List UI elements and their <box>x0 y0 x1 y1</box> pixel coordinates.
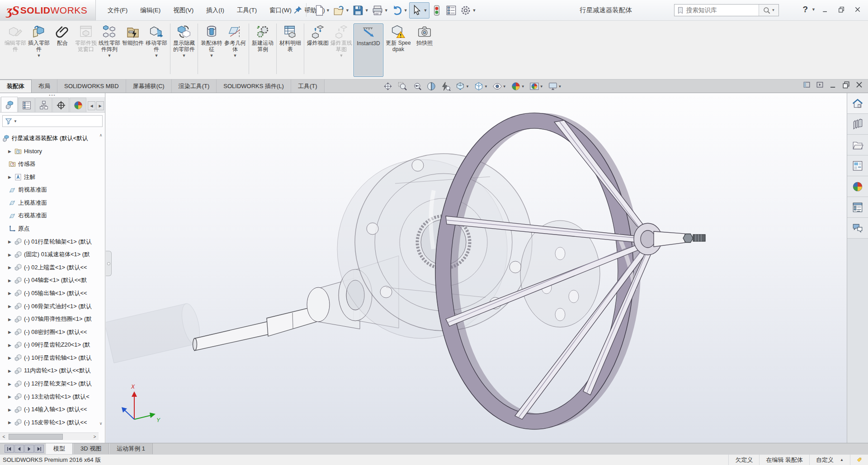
dropdown-arrow-icon[interactable]: ▼ <box>345 8 349 13</box>
next-pane-icon[interactable] <box>816 80 824 89</box>
expand-arrow-icon[interactable]: ▶ <box>8 278 14 283</box>
expand-arrow-icon[interactable]: ▶ <box>8 356 14 360</box>
expand-arrow-icon[interactable]: ▶ <box>8 291 14 296</box>
quick-access-button[interactable]: ▼ <box>458 2 478 19</box>
task-pane-tab[interactable] <box>847 93 868 114</box>
tree-item[interactable]: 上视基准面 <box>0 197 99 210</box>
dropdown-arrow-icon[interactable]: ▼ <box>472 8 476 13</box>
dropdown-arrow-icon[interactable]: ▼ <box>210 53 214 58</box>
tag-button[interactable] <box>850 455 868 465</box>
search-input[interactable] <box>686 7 759 14</box>
document-tab[interactable]: 3D 视图 <box>73 443 109 454</box>
expand-arrow-icon[interactable]: ▶ <box>8 395 14 399</box>
search-button[interactable]: ▼ <box>759 5 778 16</box>
dropdown-arrow-icon[interactable]: ▼ <box>37 53 41 58</box>
ribbon-button[interactable]: 爆炸直线草图 ▼ <box>330 23 353 77</box>
view-tool-button[interactable] <box>411 81 423 92</box>
panel-tab[interactable] <box>35 98 52 112</box>
task-pane-tab[interactable] <box>847 155 868 176</box>
hscroll-right-arrow[interactable]: > <box>91 434 99 439</box>
help-button[interactable]: ? <box>802 5 809 14</box>
dropdown-arrow-icon[interactable]: ▼ <box>155 53 159 58</box>
panel-collapse-handle[interactable] <box>106 251 112 276</box>
menu-item[interactable]: 文件(F) <box>102 4 133 17</box>
tree-item[interactable]: ▶ (-) 05输出轴<1> (默认<< <box>0 287 99 300</box>
tree-item[interactable]: ▶ (-) 08密封圈<1> (默认<< <box>0 326 99 339</box>
view-tool-button[interactable]: ▼ <box>491 81 507 92</box>
tree-item[interactable]: 原点 <box>0 222 99 235</box>
minimize-button[interactable] <box>818 4 832 15</box>
menu-item[interactable]: 工具(T) <box>231 4 262 17</box>
close-button[interactable] <box>851 4 864 15</box>
dropdown-arrow-icon[interactable]: ▼ <box>484 85 488 89</box>
tree-item[interactable]: ▶ (-) 16GB / T97．1-2002平 <box>0 429 99 430</box>
command-tab[interactable]: SOLIDWORKS 插件(L) <box>217 80 291 93</box>
tree-root-item[interactable]: 行星减速器装配体 (默认<默认 <box>0 132 99 145</box>
menu-item[interactable]: 窗口(W) <box>264 4 297 17</box>
tree-item[interactable]: ▶ (-) 13主动齿轮<1> (默认< <box>0 390 99 404</box>
ribbon-button[interactable]: 更新 Speedpak <box>384 23 412 77</box>
hscroll-left-arrow[interactable]: < <box>0 434 8 439</box>
expand-arrow-icon[interactable]: ▶ <box>8 317 14 322</box>
doc-close-button[interactable] <box>855 80 863 89</box>
view-tool-button[interactable]: ▼ <box>547 81 563 92</box>
tree-item[interactable]: ▶ 注解 <box>0 171 99 184</box>
expand-arrow-icon[interactable]: ▶ <box>8 420 14 425</box>
view-tool-button[interactable]: ▼ <box>510 81 526 92</box>
command-tab[interactable]: 渲染工具(T) <box>172 80 217 93</box>
next-tab-button[interactable] <box>24 445 34 453</box>
expand-arrow-icon[interactable]: ▶ <box>8 265 14 270</box>
panel-tab[interactable] <box>70 98 86 112</box>
tree-item[interactable]: 右视基准面 <box>0 210 99 223</box>
dropdown-arrow-icon[interactable]: ▼ <box>384 8 388 13</box>
document-tab[interactable]: 运动算例 1 <box>109 443 153 454</box>
tree-item[interactable]: ▶ (-) 15皮带轮<1> (默认<< <box>0 416 99 429</box>
tree-item[interactable]: ▶ (-) 04轴套<1> (默认<<默 <box>0 274 99 287</box>
menu-item[interactable]: 插入(I) <box>201 4 230 17</box>
view-tool-button[interactable] <box>396 81 408 92</box>
dropdown-arrow-icon[interactable]: ▼ <box>503 85 506 89</box>
dropdown-arrow-icon[interactable]: ▼ <box>466 85 469 89</box>
tree-item[interactable]: ▶ (-) 02上端盖<1> (默认<< <box>0 261 99 274</box>
help-dropdown-icon[interactable]: ▼ <box>811 7 816 12</box>
document-tab[interactable]: 模型 <box>46 443 73 454</box>
ribbon-button[interactable]: 配合 <box>51 23 74 77</box>
dropdown-arrow-icon[interactable]: ▼ <box>365 8 369 13</box>
tree-horizontal-scrollbar[interactable]: < > <box>0 432 99 440</box>
dropdown-arrow-icon[interactable]: ▼ <box>340 53 344 58</box>
dropdown-arrow-icon[interactable]: ▼ <box>424 8 428 13</box>
view-tool-button[interactable] <box>440 81 452 92</box>
panel-tab[interactable] <box>52 98 69 112</box>
ribbon-button[interactable]: 新建运动算例 <box>251 23 274 77</box>
ribbon-button[interactable]: 智能扣件 <box>122 23 144 77</box>
panel-tab-scroll-right[interactable]: ▶ <box>96 101 104 110</box>
tree-item[interactable]: ▶ History <box>0 145 99 158</box>
graphics-viewport[interactable]: X Y <box>106 93 847 443</box>
view-tool-button[interactable]: ▼ <box>454 81 470 92</box>
quick-access-button[interactable] <box>444 2 458 19</box>
panel-tab[interactable] <box>1 97 18 112</box>
dropdown-arrow-icon[interactable]: ▼ <box>108 53 112 58</box>
tree-item[interactable]: 前视基准面 <box>0 183 99 197</box>
command-tab[interactable]: 屏幕捕获(C) <box>126 80 172 93</box>
task-pane-tab[interactable] <box>847 176 868 197</box>
expand-arrow-icon[interactable]: ▶ <box>8 253 14 257</box>
filter-dropdown-icon[interactable]: ▼ <box>14 119 17 123</box>
task-pane-tab[interactable] <box>847 218 868 239</box>
command-tab[interactable]: 装配体 <box>0 80 32 93</box>
task-pane-tab[interactable] <box>847 114 868 135</box>
tree-item[interactable]: ▶ (-) 01行星轮轴架<1> (默认 <box>0 235 99 249</box>
last-tab-button[interactable] <box>34 445 44 453</box>
panel-tab[interactable] <box>18 98 35 112</box>
tree-item[interactable]: ▶ (-) 12行星轮支架<1> (默认 <box>0 377 99 390</box>
expand-arrow-icon[interactable]: ▶ <box>8 408 14 412</box>
first-tab-button[interactable] <box>5 445 14 453</box>
tree-item[interactable]: ▶ (-) 14输入轴<1> (默认<< <box>0 403 99 416</box>
dropdown-arrow-icon[interactable]: ▼ <box>404 8 408 13</box>
ribbon-button[interactable]: Instant3D <box>354 23 383 77</box>
ribbon-button[interactable]: 材料明细表 <box>279 23 302 77</box>
doc-minimize-button[interactable] <box>829 80 837 89</box>
expand-arrow-icon[interactable]: ▶ <box>8 175 14 179</box>
quick-access-button[interactable]: ▼ <box>370 2 390 19</box>
command-tab[interactable]: 布局 <box>32 80 57 93</box>
